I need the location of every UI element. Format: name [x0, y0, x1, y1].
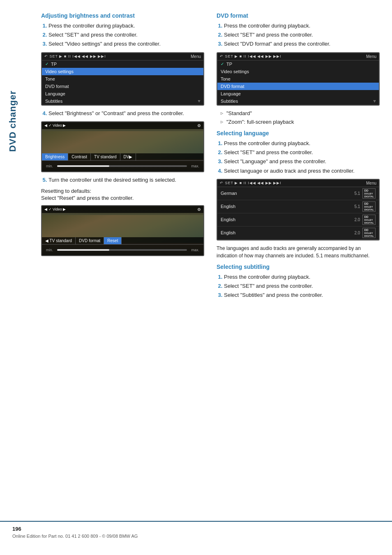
list-item: Select "Brightness" or "Contrast" and pr… [48, 110, 204, 117]
left-column: Adjusting brightness and contrast Press … [41, 12, 204, 303]
video-bg: ◀ ✓ Video ▶ ⚙ Brightness Contrast TV sta… [42, 122, 203, 171]
left-section-title: Adjusting brightness and contrast [41, 12, 204, 19]
sidebar-label: DVD changer [7, 90, 18, 152]
menu-row-tp: ✓ TP [42, 60, 203, 68]
menu-row-tone-dvd: Tone [217, 75, 379, 83]
dvd-format-steps: Press the controller during playback. Se… [217, 22, 380, 48]
selecting-subtitling-title: Selecting subtitling [217, 264, 380, 270]
slider-min-label: min. [46, 164, 53, 168]
list-item: Turn the controller until the desired se… [48, 176, 204, 184]
list-item: Press the controller during playback. [224, 140, 380, 147]
slider-max-2: max. [191, 248, 199, 252]
menu-row-subtitles: Subtitles ▿ [42, 97, 203, 105]
list-item: Select "SET" and press the controller. [48, 31, 204, 39]
dvd-format-title: DVD format [217, 12, 380, 19]
slider-fill [57, 165, 109, 167]
menu-row-dvdformat-dvd: DVD format [217, 83, 379, 90]
toolbar-icon-set: ↶ SET ▶ ■ II I◀◀ ◀◀ ▶▶ ▶▶I [44, 54, 106, 58]
menu-row-tone: Tone [42, 75, 203, 83]
dvd-format-bullets: "Standard" "Zoom": full-screen playback [217, 110, 380, 126]
list-item: Press the controller during playback. [224, 273, 380, 281]
menu-row-vs-dvd: Video settings [217, 68, 379, 75]
subtitling-steps: Press the controller during playback. Se… [217, 273, 380, 299]
toolbar-icons-dvd: ↶ SET ▶ ■ II I◀◀ ◀◀ ▶▶ ▶▶I [220, 54, 281, 58]
slider-bar[interactable] [57, 165, 187, 167]
screen-toolbar-dvd: ↶ SET ▶ ■ II I◀◀ ◀◀ ▶▶ ▶▶I Menu [217, 53, 379, 60]
tab-dvd-fmt[interactable]: DVD format [76, 237, 104, 244]
screen-reset: ◀ ✓ Video ▶ ⚙ ◀ TV standard DVD format R… [41, 205, 204, 256]
list-item: Select "SET" and press the controller. [224, 149, 380, 156]
menu-label: Menu [191, 54, 201, 59]
tab-tv-std[interactable]: ◀ TV standard [42, 237, 76, 244]
video-settings-bar-2: ◀ TV standard DVD format Reset min. max. [42, 237, 203, 255]
lang-steps: Press the controller during playback. Se… [217, 140, 380, 175]
list-item: Select "Subtitles" and press the control… [224, 291, 380, 299]
check-icon: ✓ [45, 62, 48, 66]
step5-container: Turn the controller until the desired se… [41, 176, 204, 184]
screen-toolbar-lang: ↶ SET ▶ ■ II I◀◀ ◀◀ ▶▶ ▶▶I Menu [217, 180, 379, 187]
slider-min-2: min. [46, 248, 53, 252]
screen-toolbar-1: ↶ SET ▶ ■ II I◀◀ ◀◀ ▶▶ ▶▶I Menu [42, 53, 203, 60]
page-number: 196 [12, 526, 380, 532]
screen-video-settings: ↶ SET ▶ ■ II I◀◀ ◀◀ ▶▶ ▶▶I Menu ✓ TP Vid… [41, 52, 204, 106]
tab-tv-standard[interactable]: TV standard [91, 153, 120, 160]
step4-container: Select "Brightness" or "Contrast" and pr… [41, 110, 204, 117]
left-steps: Press the controller during playback. Se… [41, 22, 204, 48]
screen-menu-dvd: ✓ TP Video settings Tone DVD format Lang… [217, 60, 379, 105]
list-item: Select language or audio track and press… [224, 167, 380, 175]
list-item: "Standard" [221, 110, 380, 117]
settings-icon: ⚙ [197, 123, 201, 128]
lang-row-german: German 5.1 DDDOLBYDIGITAL [217, 187, 379, 200]
menu-label-dvd: Menu [366, 54, 376, 59]
language-note: The languages and audio tracks are gener… [217, 245, 380, 259]
resetting-label: Resetting to defaults: [41, 188, 204, 194]
list-item: Select "DVD format" and press the contro… [224, 40, 380, 48]
list-item: Select "Video settings" and press the co… [48, 40, 204, 48]
selecting-language-title: Selecting language [217, 130, 380, 136]
lang-row-english-1: English 5.1 DDDOLBYDIGITAL [217, 200, 379, 213]
tab-reset[interactable]: Reset [104, 237, 122, 244]
list-item: Select "SET" and press the controller. [224, 282, 380, 290]
screen-dvd-format: ↶ SET ▶ ■ II I◀◀ ◀◀ ▶▶ ▶▶I Menu ✓ TP Vid… [217, 52, 380, 106]
slider-max-label: max. [191, 164, 199, 168]
settings-tabs: Brightness Contrast TV standard DV▶ [42, 153, 203, 161]
language-list: German 5.1 DDDOLBYDIGITAL English 5.1 DD… [217, 187, 379, 240]
menu-row-lang-dvd: Language [217, 90, 379, 97]
settings-icon-2: ⚙ [197, 207, 201, 212]
list-item: "Zoom": full-screen playback [221, 118, 380, 126]
list-item: Press the controller during playback. [48, 22, 204, 30]
menu-row-language: Language [42, 90, 203, 97]
video-bg-2: ◀ ✓ Video ▶ ⚙ ◀ TV standard DVD format R… [42, 206, 203, 255]
screen-language: ↶ SET ▶ ■ II I◀◀ ◀◀ ▶▶ ▶▶I Menu German 5… [217, 179, 380, 240]
slider-fill-2 [57, 249, 109, 251]
video-settings-bar: Brightness Contrast TV standard DV▶ min.… [42, 153, 203, 171]
slider-row: min. max. [42, 161, 203, 171]
menu-row-sub-dvd: Subtitles ▿ [217, 97, 379, 105]
right-column: DVD format Press the controller during p… [217, 12, 380, 303]
tab-dv[interactable]: DV▶ [120, 153, 136, 160]
lang-row-english-2: English 2.0 DDDOLBYDIGITAL [217, 213, 379, 227]
reset-instruction: Select "Reset" and press the controller. [41, 195, 204, 201]
toolbar-icons-lang: ↶ SET ▶ ■ II I◀◀ ◀◀ ▶▶ ▶▶I [220, 181, 281, 185]
tab-contrast[interactable]: Contrast [68, 153, 91, 160]
list-item: Press the controller during playback. [224, 22, 380, 30]
video-toolbar: ◀ ✓ Video ▶ ⚙ [42, 122, 203, 129]
menu-row-tp-dvd: ✓ TP [217, 60, 379, 68]
screen-brightness: ◀ ✓ Video ▶ ⚙ Brightness Contrast TV sta… [41, 121, 204, 172]
tab-brightness[interactable]: Brightness [42, 153, 68, 160]
slider-bar-2[interactable] [57, 249, 187, 251]
list-item: Select "Language" and press the controll… [224, 158, 380, 165]
video-toolbar-2: ◀ ✓ Video ▶ ⚙ [42, 206, 203, 213]
menu-row-video-settings: Video settings [42, 68, 203, 75]
menu-label-lang: Menu [366, 181, 376, 185]
list-item: Select "SET" and press the controller. [224, 31, 380, 39]
lang-row-english-3: English 2.0 DDDOLBYDIGITAL [217, 227, 379, 240]
reset-tabs: ◀ TV standard DVD format Reset [42, 237, 203, 245]
screen-menu-1: ✓ TP Video settings Tone DVD format Lang… [42, 60, 203, 105]
footer: 196 Online Edition for Part no. 01 41 2 … [0, 521, 392, 539]
menu-row-dvd-format: DVD format [42, 83, 203, 90]
copyright-text: Online Edition for Part no. 01 41 2 600 … [12, 534, 380, 539]
slider-row-2: min. max. [42, 245, 203, 255]
